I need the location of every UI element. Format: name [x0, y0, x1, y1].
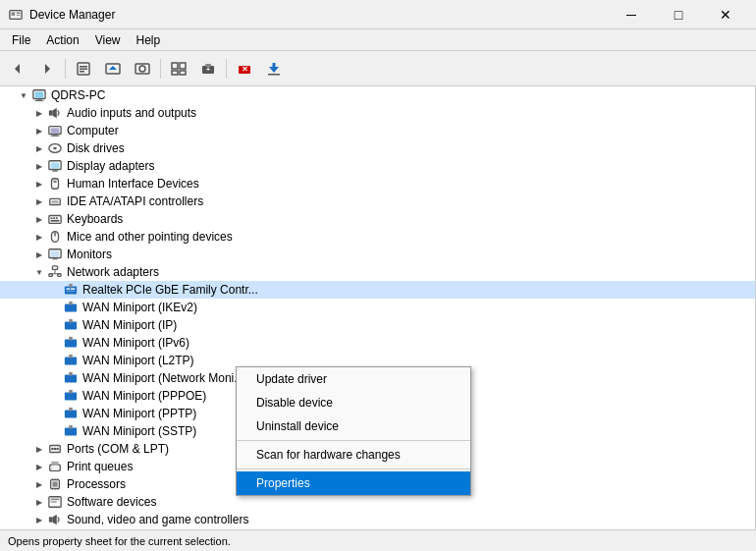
print-expander[interactable] [31, 459, 47, 474]
mouse-icon [47, 229, 63, 245]
context-disable-device[interactable]: Disable device [237, 391, 470, 414]
audio-icon [47, 105, 63, 121]
sound-icon [47, 512, 63, 527]
tree-root[interactable]: QDRS-PC [0, 86, 755, 104]
keyboards-expander[interactable] [31, 211, 47, 227]
svg-rect-80 [69, 408, 73, 412]
svg-rect-45 [49, 216, 61, 224]
title-bar: Device Manager ─ □ ✕ [0, 0, 756, 29]
wan-netmon-icon [63, 370, 79, 386]
display-expander[interactable] [31, 158, 47, 174]
device-tree[interactable]: QDRS-PC Audio inputs and outputs [0, 86, 756, 529]
tree-item-wan-ipv6[interactable]: WAN Miniport (IPv6) [0, 334, 755, 352]
tree-item-network[interactable]: Network adapters [0, 263, 755, 281]
svg-rect-69 [65, 322, 77, 330]
tree-item-disk[interactable]: Disk drives [0, 139, 755, 157]
maximize-button[interactable]: □ [656, 0, 701, 29]
network-expander[interactable] [31, 264, 47, 280]
svg-rect-24 [273, 63, 276, 68]
print-icon [47, 459, 63, 474]
svg-text:+: + [206, 66, 210, 73]
audio-expander[interactable] [31, 105, 47, 121]
scan-hardware-button[interactable] [129, 55, 156, 83]
tree-item-audio[interactable]: Audio inputs and outputs [0, 104, 755, 122]
wan-icon [63, 300, 79, 315]
menu-view[interactable]: View [87, 29, 129, 51]
display-icon [47, 158, 63, 174]
svg-rect-42 [53, 181, 57, 184]
back-button[interactable] [4, 55, 31, 83]
wan-netmon-label: WAN Miniport (Network Moni... [81, 371, 243, 385]
context-properties[interactable]: Properties [237, 471, 470, 495]
show-hidden-button[interactable] [165, 55, 192, 83]
minimize-button[interactable]: ─ [609, 0, 654, 29]
svg-rect-30 [49, 110, 53, 115]
add-device-button[interactable]: + [194, 55, 222, 83]
download-button[interactable] [260, 55, 288, 83]
menu-action[interactable]: Action [38, 29, 86, 51]
svg-rect-33 [51, 128, 60, 133]
status-bar: Opens property sheet for the current sel… [0, 529, 756, 551]
computer-icon [47, 123, 63, 138]
tree-item-display[interactable]: Display adapters [0, 157, 755, 175]
ide-icon [47, 193, 63, 209]
tree-item-storage[interactable]: Storage controllers [0, 528, 755, 529]
svg-point-37 [53, 147, 57, 150]
mice-expander[interactable] [31, 229, 47, 245]
print-label: Print queues [65, 460, 133, 473]
svg-rect-88 [52, 462, 59, 466]
svg-rect-67 [65, 304, 77, 312]
app-icon [8, 7, 24, 23]
tree-item-hid[interactable]: Human Interface Devices [0, 175, 755, 193]
tree-item-realtek[interactable]: Realtek PCIe GbE Family Contr... [0, 281, 755, 299]
tree-item-sound[interactable]: Sound, video and game controllers [0, 511, 755, 528]
menu-file[interactable]: File [4, 29, 38, 51]
uninstall-button[interactable]: ✕ [231, 55, 258, 83]
computer-expander[interactable] [31, 123, 47, 138]
tree-item-mice[interactable]: Mice and other pointing devices [0, 228, 755, 246]
svg-rect-64 [71, 288, 75, 290]
context-update-driver[interactable]: Update driver [237, 367, 470, 391]
processor-icon [47, 476, 63, 492]
processors-expander[interactable] [31, 476, 47, 492]
software-label: Software devices [65, 495, 156, 509]
update-driver-button[interactable] [99, 55, 127, 83]
tree-item-ide[interactable]: IDE ATA/ATAPI controllers [0, 193, 755, 210]
svg-marker-102 [52, 515, 56, 525]
tree-item-computer[interactable]: Computer [0, 122, 755, 139]
close-button[interactable]: ✕ [703, 0, 748, 29]
tree-item-wan-ip[interactable]: WAN Miniport (IP) [0, 316, 755, 334]
wan-ipv6-label: WAN Miniport (IPv6) [81, 336, 189, 350]
svg-rect-55 [52, 258, 57, 259]
root-expander[interactable] [16, 87, 31, 103]
svg-rect-63 [67, 288, 71, 290]
tree-item-monitors[interactable]: Monitors [0, 246, 755, 263]
tree-item-keyboards[interactable]: Keyboards [0, 210, 755, 228]
hid-label: Human Interface Devices [65, 177, 199, 191]
properties-button[interactable] [70, 55, 97, 83]
ide-expander[interactable] [31, 193, 47, 209]
svg-rect-41 [52, 179, 59, 190]
context-separator-2 [237, 468, 470, 469]
svg-rect-99 [51, 499, 60, 501]
wan-ikev2-label: WAN Miniport (IKEv2) [81, 301, 197, 314]
wan-pppoe-icon [63, 388, 79, 404]
monitors-expander[interactable] [31, 247, 47, 262]
context-uninstall-device[interactable]: Uninstall device [237, 414, 470, 438]
keyboards-label: Keyboards [65, 212, 123, 226]
menu-help[interactable]: Help [129, 29, 169, 51]
disk-expander[interactable] [31, 140, 47, 156]
ports-label: Ports (COM & LPT) [65, 442, 169, 456]
hid-expander[interactable] [31, 176, 47, 192]
forward-button[interactable] [33, 55, 61, 83]
wan-ip-icon [63, 317, 79, 333]
tree-item-wan-ikev2[interactable]: WAN Miniport (IKEv2) [0, 299, 755, 316]
sound-expander[interactable] [31, 512, 47, 527]
context-scan-hardware[interactable]: Scan for hardware changes [237, 443, 470, 467]
wan-ip-label: WAN Miniport (IP) [81, 318, 177, 332]
software-expander[interactable] [31, 494, 47, 510]
svg-marker-4 [15, 64, 20, 74]
toolbar-sep-1 [65, 59, 66, 79]
ports-expander[interactable] [31, 441, 47, 457]
svg-rect-91 [52, 481, 57, 486]
